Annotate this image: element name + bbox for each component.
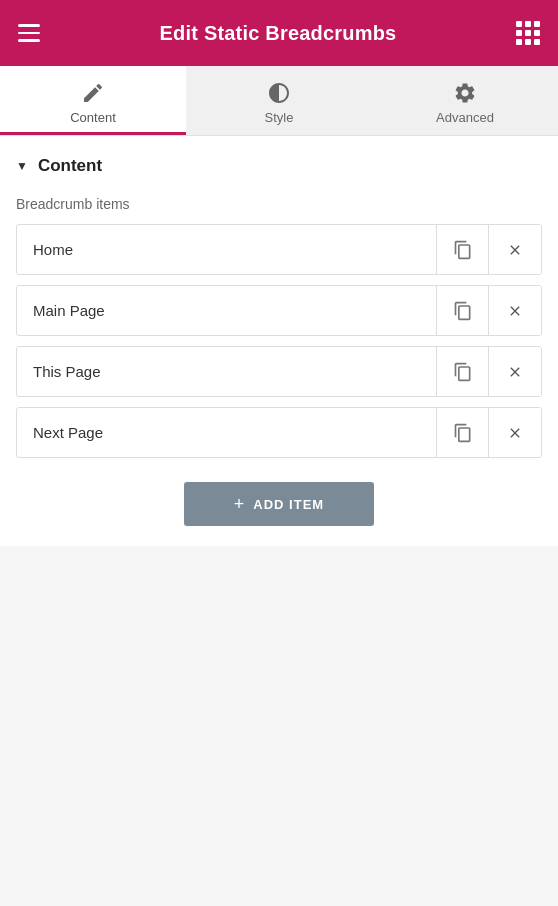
- close-icon: [507, 303, 523, 319]
- advanced-tab-label: Advanced: [436, 110, 494, 125]
- delete-button[interactable]: [489, 225, 541, 274]
- breadcrumb-item-text: Next Page: [17, 408, 437, 457]
- add-item-label: ADD ITEM: [253, 497, 324, 512]
- duplicate-button[interactable]: [437, 225, 489, 274]
- breadcrumb-item: Main Page: [16, 285, 542, 336]
- tabs-bar: Content Style Advanced: [0, 66, 558, 136]
- header: Edit Static Breadcrumbs: [0, 0, 558, 66]
- grid-menu-icon[interactable]: [516, 21, 540, 45]
- breadcrumb-item: Next Page: [16, 407, 542, 458]
- breadcrumb-item-text: Home: [17, 225, 437, 274]
- tab-advanced[interactable]: Advanced: [372, 66, 558, 135]
- breadcrumb-item-text: This Page: [17, 347, 437, 396]
- add-item-button[interactable]: + ADD ITEM: [184, 482, 374, 526]
- copy-icon: [453, 362, 473, 382]
- duplicate-button[interactable]: [437, 347, 489, 396]
- tab-style[interactable]: Style: [186, 66, 372, 135]
- delete-button[interactable]: [489, 286, 541, 335]
- hamburger-menu-icon[interactable]: [18, 24, 40, 42]
- section-header: ▼ Content: [16, 156, 542, 176]
- close-icon: [507, 242, 523, 258]
- content-tab-icon: [80, 80, 106, 106]
- style-tab-icon: [266, 80, 292, 106]
- content-area: ▼ Content Breadcrumb items Home Main Pag…: [0, 136, 558, 546]
- copy-icon: [453, 301, 473, 321]
- close-icon: [507, 425, 523, 441]
- collapse-arrow-icon[interactable]: ▼: [16, 159, 28, 173]
- delete-button[interactable]: [489, 347, 541, 396]
- tab-content[interactable]: Content: [0, 66, 186, 135]
- duplicate-button[interactable]: [437, 408, 489, 457]
- breadcrumb-items-label: Breadcrumb items: [16, 196, 542, 212]
- copy-icon: [453, 240, 473, 260]
- close-icon: [507, 364, 523, 380]
- style-tab-label: Style: [265, 110, 294, 125]
- breadcrumb-item: This Page: [16, 346, 542, 397]
- copy-icon: [453, 423, 473, 443]
- breadcrumb-item-text: Main Page: [17, 286, 437, 335]
- breadcrumb-items-list: Home Main Page: [16, 224, 542, 458]
- breadcrumb-item: Home: [16, 224, 542, 275]
- plus-icon: +: [234, 495, 246, 513]
- content-tab-label: Content: [70, 110, 116, 125]
- advanced-tab-icon: [452, 80, 478, 106]
- section-title: Content: [38, 156, 102, 176]
- page-title: Edit Static Breadcrumbs: [160, 22, 397, 45]
- delete-button[interactable]: [489, 408, 541, 457]
- duplicate-button[interactable]: [437, 286, 489, 335]
